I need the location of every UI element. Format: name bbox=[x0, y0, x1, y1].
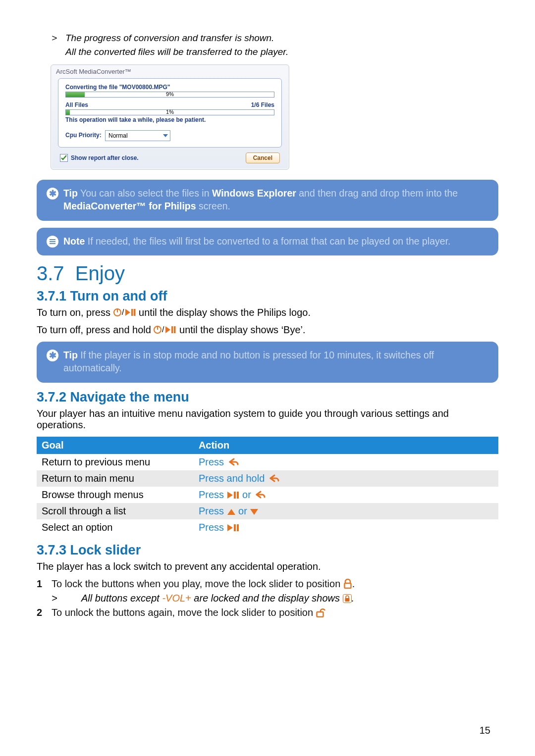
tip-callout-auto-off: ✱ Tip If the player is in stop mode and … bbox=[37, 342, 498, 383]
svg-rect-13 bbox=[234, 492, 236, 499]
table-row: Scroll through a listPress or bbox=[37, 503, 498, 519]
show-report-checkbox[interactable]: Show report after close. bbox=[60, 154, 139, 162]
tip2-text: If the player is in stop mode and no but… bbox=[63, 350, 434, 373]
cpu-priority-label: Cpu Priority: bbox=[65, 132, 102, 139]
lock-slider-sub: >All buttons except -VOL+ are locked and… bbox=[66, 593, 498, 604]
chevron-down-icon bbox=[163, 134, 168, 137]
subsection-title: Navigate the menu bbox=[70, 390, 189, 404]
progress-result-text-2: All the converted files will be transfer… bbox=[65, 47, 288, 57]
table-row: Select an optionPress bbox=[37, 519, 498, 536]
progress-result-line-1: >The progress of conversion and transfer… bbox=[52, 33, 498, 44]
triangle-up-icon bbox=[227, 508, 236, 516]
svg-rect-23 bbox=[317, 612, 323, 617]
subsection-number: 3.7.3 bbox=[37, 543, 66, 557]
svg-text:/: / bbox=[162, 325, 164, 334]
svg-rect-10 bbox=[171, 326, 173, 333]
tip1-strong-1: Windows Explorer bbox=[212, 188, 296, 199]
cpu-priority-value: Normal bbox=[108, 132, 128, 139]
cancel-button[interactable]: Cancel bbox=[246, 152, 280, 163]
svg-rect-4 bbox=[131, 309, 133, 316]
lock-slider-intro: The player has a lock switch to prevent … bbox=[37, 561, 498, 572]
svg-marker-15 bbox=[227, 509, 235, 515]
converting-percent: 9% bbox=[166, 91, 174, 97]
table-cell-action: Press bbox=[194, 454, 498, 470]
table-cell-goal: Scroll through a list bbox=[37, 503, 194, 519]
table-row: Browse through menusPress or bbox=[37, 487, 498, 503]
table-cell-goal: Select an option bbox=[37, 519, 194, 536]
section-title: Enjoy bbox=[75, 262, 125, 284]
subsection-heading-navigate-menu: 3.7.2 Navigate the menu bbox=[37, 390, 498, 405]
section-number: 3.7 bbox=[37, 262, 64, 284]
svg-rect-5 bbox=[134, 309, 136, 316]
show-report-label: Show report after close. bbox=[71, 154, 139, 161]
progress-result-text-1: The progress of conversion and transfer … bbox=[65, 33, 274, 43]
tip1-strong-2: MediaConverter™ for Philips bbox=[63, 201, 196, 211]
tip-icon: ✱ bbox=[47, 188, 58, 200]
svg-marker-12 bbox=[227, 492, 233, 499]
table-header-goal: Goal bbox=[37, 437, 194, 454]
tip-label: Tip bbox=[63, 350, 78, 360]
svg-rect-14 bbox=[237, 492, 239, 499]
svg-rect-20 bbox=[344, 583, 351, 588]
svg-marker-3 bbox=[125, 309, 130, 316]
svg-marker-16 bbox=[250, 509, 258, 515]
tip-icon: ✱ bbox=[47, 350, 58, 361]
list-item: 2To unlock the buttons again, move the l… bbox=[37, 607, 498, 618]
triangle-down-icon bbox=[250, 508, 259, 516]
subsection-number: 3.7.1 bbox=[37, 289, 66, 303]
svg-rect-19 bbox=[237, 524, 239, 531]
svg-rect-11 bbox=[174, 326, 176, 333]
tip-label: Tip bbox=[63, 188, 78, 199]
converting-file-label: Converting the file "MOV00800.MPG" bbox=[65, 84, 274, 91]
play-pause-icon bbox=[227, 491, 240, 500]
back-icon bbox=[268, 473, 280, 483]
tip1-text-b: and then drag and drop them into the bbox=[296, 188, 458, 199]
subsection-number: 3.7.2 bbox=[37, 390, 66, 404]
svg-marker-17 bbox=[227, 524, 233, 531]
tip1-text-a: You can also select the files in bbox=[80, 188, 212, 199]
page-number: 15 bbox=[480, 725, 490, 736]
svg-rect-18 bbox=[234, 524, 236, 531]
table-cell-action: Press or bbox=[194, 487, 498, 503]
navigation-table: Goal Action Return to previous menuPress… bbox=[37, 437, 498, 536]
power-play-icon: / bbox=[113, 307, 136, 317]
power-play-icon: / bbox=[154, 325, 176, 335]
lock-open-icon bbox=[316, 607, 326, 617]
table-cell-goal: Return to previous menu bbox=[37, 454, 194, 470]
table-row: Return to previous menuPress bbox=[37, 454, 498, 470]
navigate-intro: Your player has an intuitive menu naviga… bbox=[37, 408, 498, 431]
table-cell-action: Press bbox=[194, 519, 498, 536]
caret-icon: > bbox=[52, 33, 57, 44]
tip1-text-c: screen. bbox=[196, 201, 230, 211]
table-row: Return to main menuPress and hold bbox=[37, 470, 498, 487]
turn-off-text: To turn off, press and hold / until the … bbox=[37, 324, 498, 336]
table-cell-action: Press and hold bbox=[194, 470, 498, 487]
turn-on-text: To turn on, press / until the display sh… bbox=[37, 307, 498, 318]
note-icon bbox=[47, 236, 58, 248]
note-callout-convert: Note If needed, the files will first be … bbox=[37, 228, 498, 255]
cpu-priority-select[interactable]: Normal bbox=[105, 130, 170, 141]
vol-label: -VOL+ bbox=[162, 593, 191, 604]
list-item: 1To lock the buttons when you play, move… bbox=[37, 578, 498, 604]
all-files-label: All Files bbox=[65, 101, 88, 108]
back-icon bbox=[254, 490, 267, 500]
cpu-priority-row: Cpu Priority: Normal bbox=[65, 130, 274, 141]
subsection-heading-turn-on-off: 3.7.1 Turn on and off bbox=[37, 289, 498, 304]
checkbox-icon bbox=[60, 154, 68, 162]
table-cell-goal: Browse through menus bbox=[37, 487, 194, 503]
note-label: Note bbox=[63, 236, 85, 247]
svg-marker-9 bbox=[165, 326, 170, 333]
lock-slider-steps: 1To lock the buttons when you play, move… bbox=[37, 578, 498, 618]
svg-text:/: / bbox=[122, 308, 124, 316]
table-cell-action: Press or bbox=[194, 503, 498, 519]
lock-display-icon bbox=[343, 594, 352, 603]
subsection-heading-lock-slider: 3.7.3 Lock slider bbox=[37, 543, 498, 558]
svg-rect-22 bbox=[345, 598, 349, 602]
subsection-title: Lock slider bbox=[70, 543, 141, 557]
note1-text: If needed, the files will first be conve… bbox=[88, 236, 451, 247]
play-pause-icon bbox=[227, 523, 240, 532]
lock-closed-icon bbox=[343, 579, 352, 589]
subsection-title: Turn on and off bbox=[70, 289, 167, 303]
all-files-percent: 1% bbox=[166, 109, 174, 115]
dialog-titlebar: ArcSoft MediaConverter™ bbox=[51, 65, 289, 78]
